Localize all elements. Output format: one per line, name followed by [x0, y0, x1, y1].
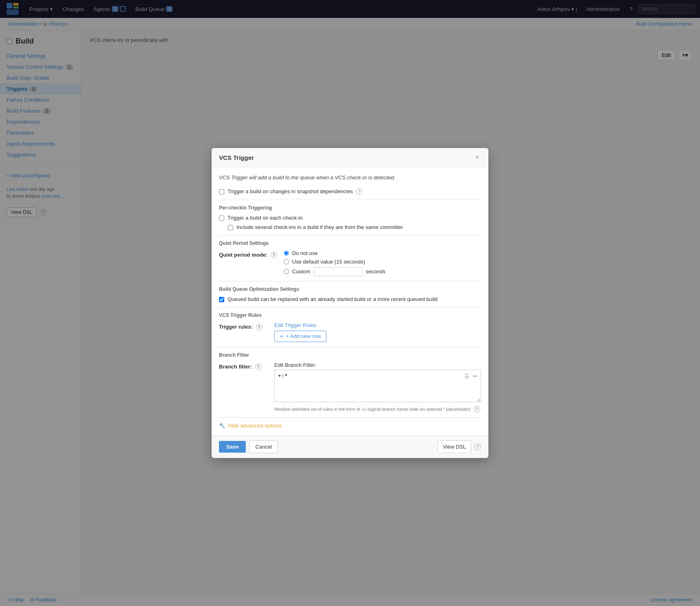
branch-filter-icons: ☰ ✏ [464, 372, 479, 380]
trigger-rules-field: Edit Trigger Rules + + Add new rule [274, 322, 481, 342]
trigger-each-checkin-row: Trigger a build on each check-in [219, 215, 481, 221]
snapshot-deps-checkbox[interactable] [219, 189, 224, 194]
include-several-checkins-checkbox[interactable] [228, 225, 233, 230]
include-several-checkins-row: Include several check-ins in a build if … [228, 224, 481, 230]
edit-branch-filter-label: Edit Branch Filter: [274, 362, 481, 368]
quiet-period-section-title: Quiet Period Settings [219, 240, 481, 246]
snapshot-deps-help-icon[interactable]: ? [356, 188, 363, 195]
view-dsl-modal-button[interactable]: View DSL [438, 440, 471, 453]
radio-do-not-use: Do not use [284, 250, 481, 256]
trigger-rules-label: Trigger rules: ? [219, 322, 268, 330]
edit-trigger-rules-link[interactable]: Edit Trigger Rules [274, 322, 316, 328]
trigger-each-checkin-checkbox[interactable] [219, 216, 224, 221]
branch-filter-help-text: Newline-delimited set of rules in the fo… [274, 406, 481, 413]
cancel-button[interactable]: Cancel [249, 440, 278, 453]
modal-header: VCS Trigger × [212, 148, 488, 167]
vcs-trigger-modal: VCS Trigger × VCS Trigger will add a bui… [212, 148, 488, 458]
quiet-period-options: Do not use Use default value (15 seconds… [284, 250, 481, 276]
branch-filter-inline-help[interactable]: ? [474, 406, 480, 412]
trigger-rules-row: Trigger rules: ? Edit Trigger Rules + + … [219, 322, 481, 342]
branch-filter-edit-icon[interactable]: ✏ [472, 372, 479, 380]
branch-filter-textarea[interactable]: +:* [274, 370, 481, 402]
radio-use-default: Use default value (15 seconds) [284, 259, 481, 265]
radio-do-not-use-input[interactable] [284, 251, 289, 256]
hide-advanced-link[interactable]: 🔧 Hide advanced options [219, 423, 481, 429]
seconds-label: seconds [366, 268, 385, 275]
view-dsl-help-icon[interactable]: ? [475, 444, 481, 450]
snapshot-deps-row: Trigger a build on changes in snapshot d… [219, 188, 481, 195]
per-checkin-section-title: Per-checkin Triggering [219, 205, 481, 211]
modal-title: VCS Trigger [219, 154, 254, 161]
modal-footer: Save Cancel View DSL ? [212, 435, 488, 458]
radio-use-default-input[interactable] [284, 259, 289, 264]
close-button[interactable]: × [473, 154, 481, 161]
custom-seconds-input[interactable] [314, 267, 363, 276]
modal-overlay[interactable]: VCS Trigger × VCS Trigger will add a bui… [0, 0, 700, 605]
modal-footer-right: View DSL ? [438, 440, 481, 453]
modal-body: VCS Trigger will add a build to the queu… [212, 167, 488, 435]
branch-filter-container: +:* ☰ ✏ [274, 370, 481, 403]
branch-filter-field: Edit Branch Filter: +:* ☰ ✏ Newline-deli… [274, 362, 481, 413]
quiet-period-label: Quiet period mode: ? [219, 250, 277, 276]
queue-replace-checkbox[interactable] [219, 297, 224, 302]
queue-optimization-section-title: Build Queue Optimization Settings [219, 286, 481, 292]
branch-filter-help-icon[interactable]: ? [255, 364, 262, 370]
quiet-period-help-icon[interactable]: ? [271, 252, 277, 258]
queue-replace-label: Queued build can be replaced with an alr… [228, 296, 438, 302]
branch-filter-row: Branch filter: ? Edit Branch Filter: +:*… [219, 362, 481, 413]
modal-description: VCS Trigger will add a build to the queu… [219, 174, 481, 182]
quiet-period-row: Quiet period mode: ? Do not use Use defa… [219, 250, 481, 276]
snapshot-deps-label: Trigger a build on changes in snapshot d… [228, 188, 353, 194]
branch-filter-list-icon[interactable]: ☰ [464, 372, 470, 380]
trigger-rules-section-title: VCS Trigger Rules [219, 312, 481, 318]
include-several-checkins-label: Include several check-ins in a build if … [236, 224, 403, 230]
trigger-each-checkin-label: Trigger a build on each check-in [228, 215, 303, 221]
branch-filter-section-title: Branch Filter [219, 352, 481, 358]
queue-replace-row: Queued build can be replaced with an alr… [219, 296, 481, 302]
save-button[interactable]: Save [219, 441, 246, 453]
radio-custom-input[interactable] [284, 269, 289, 274]
trigger-rules-help-icon[interactable]: ? [256, 324, 262, 330]
radio-custom: Custom seconds [284, 267, 481, 276]
add-new-rule-button[interactable]: + + Add new rule [274, 331, 326, 342]
branch-filter-label: Branch filter: ? [219, 362, 268, 370]
